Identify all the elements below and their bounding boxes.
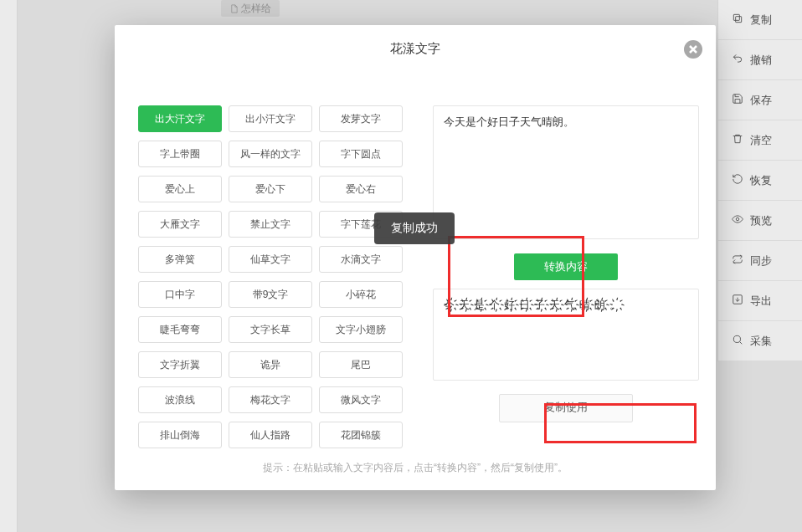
convert-button-label: 转换内容 [544,260,588,273]
style-option-label: 爱心上 [165,183,195,195]
modal-body: 出大汗文字出小汗文字发芽文字字上带圈风一样的文字字下圆点爱心上爱心下爱心右大雁文… [115,84,716,490]
style-option-label: 出小汗文字 [245,113,296,125]
style-option-button[interactable]: 爱心上 [138,176,222,202]
style-option-label: 波浪线 [165,394,195,406]
style-option-label: 大雁文字 [160,218,200,230]
style-option-button[interactable]: 字上带圈 [138,141,222,167]
style-option-label: 微风文字 [341,394,381,406]
style-option-label: 睫毛弯弯 [160,324,200,335]
style-option-label: 风一样的文字 [240,148,301,160]
copy-use-button-label: 复制使用 [544,401,588,413]
style-option-label: 文字小翅膀 [336,324,386,335]
style-option-label: 花团锦簇 [341,429,381,441]
style-option-button[interactable]: 梅花文字 [229,386,312,413]
style-option-button[interactable]: 文字折翼 [138,351,222,378]
style-option-button[interactable]: 小碎花 [319,281,403,308]
source-text-input[interactable] [433,105,699,239]
style-option-button[interactable]: 文字长草 [229,316,312,343]
style-option-button[interactable]: 大雁文字 [138,211,222,238]
style-option-button[interactable]: 爱心下 [229,176,312,202]
style-option-label: 口中字 [165,289,195,300]
style-option-button[interactable]: 尾巴 [319,351,403,378]
style-option-label: 多弹簧 [165,253,195,265]
copy-use-button[interactable]: 复制使用 [499,394,633,422]
style-option-button[interactable]: 字下圆点 [319,141,403,167]
style-option-button[interactable]: 发芽文字 [319,105,403,132]
close-icon [689,26,697,73]
style-option-label: 字上带圈 [160,148,200,160]
style-option-button[interactable]: 爱心右 [319,176,403,202]
style-option-label: 文字长草 [250,324,290,335]
style-option-button[interactable]: 禁止文字 [229,211,312,238]
style-option-button[interactable]: 仙人指路 [229,422,312,448]
style-option-button[interactable]: 睫毛弯弯 [138,316,222,343]
right-pane: 转换内容 今҉天҉是҉个҉好҉日҉子҉天҉气҉晴҉朗҉。҉ 复制使用 [433,105,699,422]
style-option-button[interactable]: 文字小翅膀 [319,316,403,343]
style-option-button[interactable]: 微风文字 [319,386,403,413]
style-option-button[interactable]: 花团锦簇 [319,422,403,448]
style-option-button[interactable]: 多弹簧 [138,246,222,273]
style-option-button[interactable]: 出大汗文字 [138,105,222,132]
style-option-label: 排山倒海 [160,429,200,441]
style-option-label: 带9文字 [253,289,289,300]
hint-text: 提示：在粘贴或输入文字内容后，点击“转换内容”，然后“复制使用”。 [115,461,716,475]
modal-title-bar: 花漾文字 [115,25,716,72]
convert-button[interactable]: 转换内容 [514,253,618,280]
style-option-button[interactable]: 排山倒海 [138,422,222,448]
style-option-button[interactable]: 口中字 [138,281,222,308]
style-option-label: 仙人指路 [250,429,290,441]
style-option-label: 诡异 [260,359,280,371]
fancy-text-modal: 花漾文字 出大汗文字出小汗文字发芽文字字上带圈风一样的文字字下圆点爱心上爱心下爱… [115,25,716,490]
style-option-label: 仙草文字 [250,253,290,265]
modal-close-button[interactable] [684,40,702,59]
style-option-button[interactable]: 水滴文字 [319,246,403,273]
style-option-label: 爱心右 [346,183,376,195]
style-option-label: 发芽文字 [341,113,381,125]
style-option-label: 水滴文字 [341,253,381,265]
style-option-button[interactable]: 出小汗文字 [229,105,312,132]
style-option-label: 爱心下 [255,183,285,195]
modal-title-text: 花漾文字 [390,41,440,55]
style-option-button[interactable]: 风一样的文字 [229,141,312,167]
output-text: 今҉天҉是҉个҉好҉日҉子҉天҉气҉晴҉朗҉。҉ [444,299,625,311]
style-option-button[interactable]: 诡异 [229,351,312,378]
style-option-label: 梅花文字 [250,394,290,406]
style-option-label: 字下圆点 [341,148,381,160]
output-text-box[interactable]: 今҉天҉是҉个҉好҉日҉子҉天҉气҉晴҉朗҉。҉ [433,289,699,381]
style-option-button[interactable]: 仙草文字 [229,246,312,273]
copy-success-toast: 复制成功 [374,212,455,244]
style-options-grid: 出大汗文字出小汗文字发芽文字字上带圈风一样的文字字下圆点爱心上爱心下爱心右大雁文… [138,105,414,457]
style-option-label: 文字折翼 [160,359,200,371]
style-option-label: 出大汗文字 [155,113,205,125]
style-option-button[interactable]: 带9文字 [229,281,312,308]
toast-message: 复制成功 [391,221,438,234]
style-option-label: 禁止文字 [250,218,290,230]
style-option-label: 小碎花 [346,289,376,300]
style-option-button[interactable]: 波浪线 [138,386,222,413]
style-option-label: 尾巴 [351,359,371,371]
